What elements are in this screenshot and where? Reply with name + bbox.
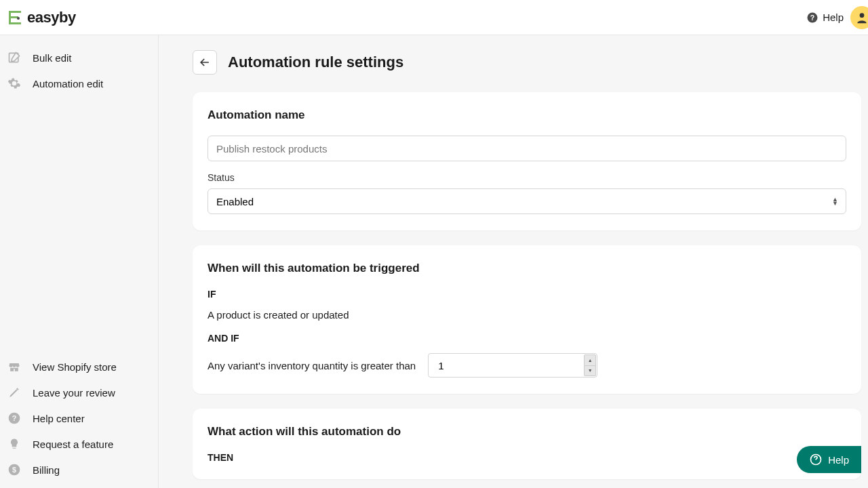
svg-point-7: [860, 13, 865, 18]
help-fab-label: Help: [828, 454, 849, 466]
edit-icon: [7, 50, 22, 65]
status-label: Status: [208, 172, 846, 183]
lightbulb-icon: [7, 436, 22, 451]
help-circle-icon: ?: [806, 12, 818, 24]
sidebar-item-label: Bulk edit: [33, 52, 72, 64]
and-if-condition-text: Any variant's inventory quantity is grea…: [208, 360, 416, 371]
page-title: Automation rule settings: [228, 54, 403, 71]
sidebar-item-label: View Shopify store: [33, 361, 117, 373]
stepper-down[interactable]: ▼: [584, 366, 596, 377]
if-label: IF: [208, 289, 846, 300]
sidebar-item-label: Leave your review: [33, 387, 115, 399]
gear-icon: [7, 76, 22, 91]
status-select[interactable]: Enabled: [208, 188, 846, 214]
card-automation-name: Automation name Status Enabled ▲▼: [193, 92, 861, 230]
card-action: What action will this automation do THEN: [193, 409, 861, 479]
svg-text:?: ?: [810, 13, 814, 21]
section-title: When will this automation be triggered: [208, 262, 846, 275]
and-if-label: AND IF: [208, 333, 846, 344]
sidebar-item-shopify-store[interactable]: View Shopify store: [0, 357, 158, 377]
brand-logo: easyby: [7, 9, 76, 26]
section-title: What action will this automation do: [208, 425, 846, 439]
back-button[interactable]: [193, 50, 217, 75]
sidebar-item-label: Request a feature: [33, 439, 113, 450]
sidebar-item-review[interactable]: Leave your review: [0, 382, 158, 403]
pencil-icon: [7, 385, 22, 400]
sidebar: Bulk edit Automation edit View Shopify s…: [0, 35, 159, 488]
brand-name: easyby: [27, 9, 76, 26]
sidebar-item-automation-edit[interactable]: Automation edit: [0, 73, 158, 94]
dollar-circle-icon: $: [7, 462, 22, 477]
svg-text:$: $: [12, 466, 16, 474]
sidebar-item-label: Billing: [33, 464, 60, 476]
card-trigger: When will this automation be triggered I…: [193, 245, 861, 394]
automation-name-input[interactable]: [208, 136, 846, 161]
main-content: Automation rule settings Automation name…: [159, 35, 868, 488]
logo-icon: [7, 9, 26, 26]
quantity-input[interactable]: [428, 353, 597, 378]
sidebar-item-label: Help center: [33, 413, 85, 424]
user-avatar[interactable]: [850, 6, 868, 29]
if-condition-text: A product is created or updated: [208, 309, 846, 321]
then-label: THEN: [208, 452, 846, 463]
svg-text:?: ?: [12, 414, 17, 422]
arrow-left-icon: [198, 56, 212, 69]
top-bar: easyby ? Help: [0, 0, 868, 35]
section-title: Automation name: [208, 108, 846, 122]
sidebar-item-request-feature[interactable]: Request a feature: [0, 434, 158, 454]
sidebar-item-bulk-edit[interactable]: Bulk edit: [0, 47, 158, 68]
help-circle-icon: [809, 453, 823, 466]
stepper-up[interactable]: ▲: [584, 354, 596, 366]
store-icon: [7, 359, 22, 374]
help-fab[interactable]: Help: [797, 446, 861, 473]
svg-rect-3: [9, 22, 21, 24]
svg-rect-1: [9, 11, 21, 13]
svg-rect-2: [9, 16, 18, 18]
sidebar-item-help-center[interactable]: ? Help center: [0, 408, 158, 428]
question-circle-icon: ?: [7, 411, 22, 426]
sidebar-item-label: Automation edit: [33, 78, 103, 89]
person-icon: [855, 11, 868, 24]
help-label: Help: [823, 12, 844, 23]
sidebar-item-billing[interactable]: $ Billing: [0, 460, 158, 480]
svg-point-4: [17, 17, 20, 20]
help-link[interactable]: ? Help: [806, 12, 844, 24]
